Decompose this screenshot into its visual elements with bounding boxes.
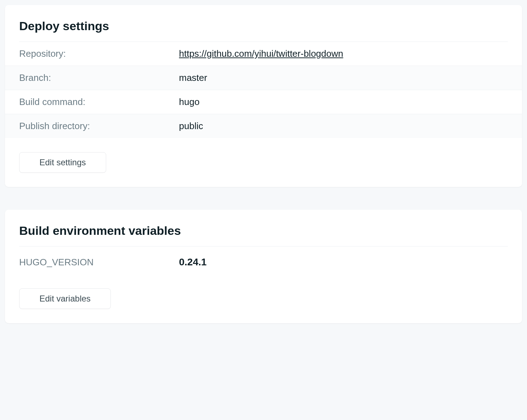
deploy-settings-title: Deploy settings xyxy=(19,19,508,42)
build-command-row: Build command: hugo xyxy=(5,90,522,114)
repository-row: Repository: https://github.com/yihui/twi… xyxy=(5,42,522,66)
deploy-settings-card: Deploy settings Repository: https://gith… xyxy=(5,5,522,187)
env-vars-title: Build environment variables xyxy=(19,224,508,247)
deploy-settings-footer: Edit settings xyxy=(19,138,508,173)
build-command-label: Build command: xyxy=(19,96,179,107)
repository-label: Repository: xyxy=(19,48,179,59)
repository-value: https://github.com/yihui/twitter-blogdow… xyxy=(179,48,343,59)
build-command-value: hugo xyxy=(179,96,200,107)
edit-variables-button[interactable]: Edit variables xyxy=(19,288,111,309)
branch-label: Branch: xyxy=(19,72,179,83)
edit-settings-button[interactable]: Edit settings xyxy=(19,152,106,173)
publish-directory-row: Publish directory: public xyxy=(5,114,522,138)
env-var-row: HUGO_VERSION 0.24.1 xyxy=(19,247,508,274)
env-vars-footer: Edit variables xyxy=(19,274,508,309)
repository-link[interactable]: https://github.com/yihui/twitter-blogdow… xyxy=(179,48,343,59)
branch-row: Branch: master xyxy=(5,66,522,90)
publish-directory-value: public xyxy=(179,121,203,132)
deploy-settings-rows: Repository: https://github.com/yihui/twi… xyxy=(5,42,522,138)
env-var-value: 0.24.1 xyxy=(179,256,207,268)
publish-directory-label: Publish directory: xyxy=(19,121,179,132)
branch-value: master xyxy=(179,72,207,83)
env-vars-card: Build environment variables HUGO_VERSION… xyxy=(5,210,522,323)
env-var-label: HUGO_VERSION xyxy=(19,257,179,268)
